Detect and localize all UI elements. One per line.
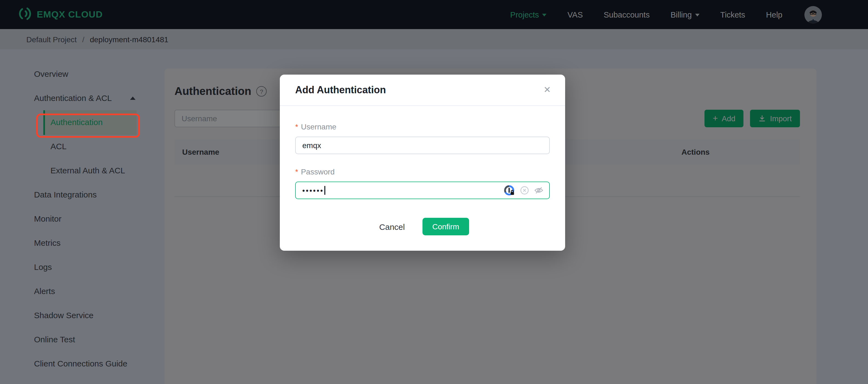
password-masked-value: •••••• xyxy=(302,187,324,194)
modal-header: Add Authentication ✕ xyxy=(280,74,565,106)
modal-footer: Cancel Confirm xyxy=(295,218,550,251)
cancel-button[interactable]: Cancel xyxy=(376,221,408,232)
clear-input-icon[interactable] xyxy=(520,186,529,195)
password-input[interactable]: •••••• xyxy=(295,182,550,199)
required-mark: * xyxy=(295,122,298,131)
confirm-button[interactable]: Confirm xyxy=(423,218,469,235)
username-input[interactable] xyxy=(295,137,550,154)
username-field-group: * Username xyxy=(295,122,550,154)
password-input-icons xyxy=(504,185,544,196)
eye-off-icon[interactable] xyxy=(534,185,544,195)
modal-title: Add Authentication xyxy=(295,84,386,96)
add-authentication-modal: Add Authentication ✕ * Username * Passwo… xyxy=(280,74,565,251)
close-icon[interactable]: ✕ xyxy=(544,86,551,94)
text-cursor xyxy=(324,186,326,195)
password-field-label: * Password xyxy=(295,167,550,176)
username-field-label: * Username xyxy=(295,122,550,131)
onepassword-extension-icon[interactable] xyxy=(504,185,515,196)
required-mark: * xyxy=(295,167,298,176)
emqx-cloud-console: EMQX CLOUD Projects VAS Subaccounts Bill… xyxy=(0,0,868,384)
modal-body: * Username * Password •••••• xyxy=(280,106,565,251)
password-field-group: * Password •••••• xyxy=(295,167,550,199)
